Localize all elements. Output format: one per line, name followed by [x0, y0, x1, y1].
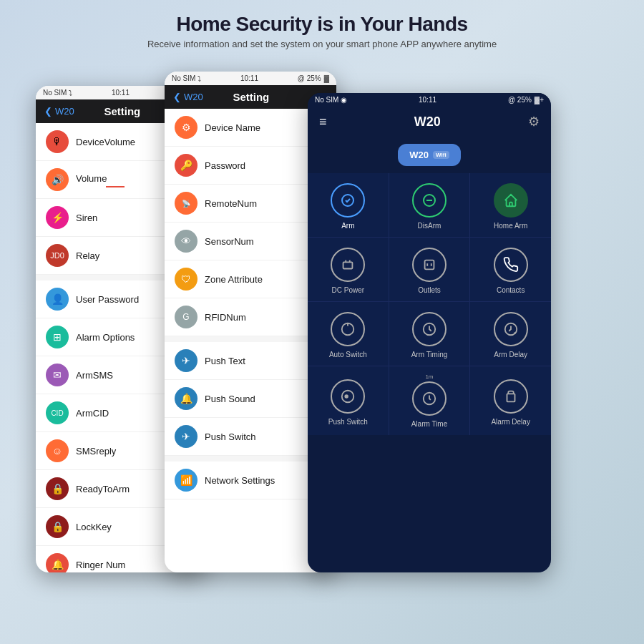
- zone-attr-label: Zone Attribute: [205, 274, 263, 285]
- svg-point-13: [346, 395, 348, 398]
- relay-label: Relay: [76, 250, 99, 261]
- disarm-button[interactable]: DisArm: [389, 173, 470, 237]
- relay-icon: JD0: [46, 244, 69, 267]
- dc-power-label: DC Power: [332, 286, 365, 294]
- wifi-badge: Wifi: [433, 151, 449, 159]
- contacts-icon: [494, 248, 528, 282]
- push-switch-icon: ✈: [175, 425, 197, 448]
- home-arm-button[interactable]: Home Arm: [470, 173, 551, 237]
- network-settings-icon: 📶: [175, 469, 197, 492]
- settings-gear-icon[interactable]: ⚙: [528, 114, 540, 130]
- remote-num-icon: 📡: [175, 192, 197, 215]
- lock-key-label: LockKey: [76, 522, 112, 532]
- push-sound-icon: 🔔: [175, 387, 197, 410]
- arm-label: Arm: [341, 222, 354, 230]
- arm-delay-button[interactable]: Arm Delay: [470, 302, 551, 366]
- volume-label: Volume: [76, 173, 107, 184]
- alarm-time-badge: 1m: [425, 374, 433, 380]
- sensor-num-icon: 👁: [175, 230, 197, 253]
- dc-power-button[interactable]: DC Power: [308, 238, 389, 301]
- home-arm-icon: [494, 183, 528, 218]
- screen2-back-button[interactable]: ❮ W20: [173, 92, 203, 102]
- network-settings-label: Network Settings: [205, 475, 275, 486]
- alarm-delay-icon: [494, 379, 528, 414]
- device-name-icon: ⚙: [175, 116, 197, 139]
- arm-button[interactable]: Arm: [308, 173, 389, 237]
- arm-timing-icon: [412, 312, 447, 346]
- app-grid: Arm DisArm Home Arm: [308, 173, 551, 435]
- zone-attr-icon: 🛡: [175, 268, 197, 291]
- lock-key-icon: 🔒: [46, 515, 69, 538]
- outlets-button[interactable]: Outlets: [389, 238, 470, 301]
- page-header: Home Security is in Your Hands Receive i…: [0, 13, 644, 49]
- arm-delay-label: Arm Delay: [494, 351, 527, 358]
- rfid-num-icon: G: [175, 306, 197, 328]
- ringer-num-label: Ringer Num: [76, 560, 125, 570]
- device-volume-label: DeviceVolume: [76, 137, 135, 147]
- screen2-sim: No SIM ⤵: [172, 74, 201, 82]
- alarm-delay-button[interactable]: Alarm Delay: [470, 366, 551, 435]
- push-switch-button[interactable]: Push Switch: [308, 366, 389, 435]
- volume-indicator: [106, 186, 125, 187]
- screen2-battery: @ 25% ▓: [298, 74, 329, 82]
- menu-button[interactable]: ≡: [319, 114, 327, 130]
- arm-cid-label: ArmCID: [76, 408, 109, 419]
- screen3: No SIM ◉ 10:11 @ 25% ▓+ ≡ W20 ⚙ W20 Wifi: [308, 93, 551, 572]
- svg-rect-2: [343, 262, 353, 268]
- outlets-label: Outlets: [418, 286, 441, 294]
- arm-delay-icon: [494, 312, 528, 346]
- screen2-nav-title: Setting: [203, 91, 299, 103]
- ready-to-arm-icon: 🔒: [46, 477, 69, 500]
- home-arm-label: Home Arm: [494, 222, 527, 230]
- device-badge-name: W20: [409, 150, 429, 160]
- push-text-label: Push Text: [205, 356, 245, 366]
- arm-timing-button[interactable]: Arm Timing: [389, 302, 470, 366]
- alarm-time-label: Alarm Time: [411, 420, 448, 428]
- push-switch-label: Push Switch: [205, 431, 256, 442]
- arm-timing-label: Arm Timing: [411, 351, 448, 358]
- user-password-icon: 👤: [46, 288, 69, 311]
- app-title: W20: [414, 114, 441, 130]
- push-sound-label: Push Sound: [205, 394, 255, 404]
- device-badge-container: W20 Wifi: [308, 137, 551, 173]
- alarm-options-label: Alarm Options: [76, 332, 135, 343]
- volume-icon: 🔊: [46, 168, 69, 191]
- auto-switch-button[interactable]: Auto Switch: [308, 302, 389, 366]
- arm-sms-label: ArmSMS: [76, 370, 113, 381]
- screen1-back-button[interactable]: ❮ W20: [44, 106, 74, 117]
- auto-switch-icon: [331, 312, 365, 346]
- device-volume-icon: 🎙: [46, 130, 69, 153]
- device-name-label: Device Name: [205, 122, 260, 133]
- sms-reply-icon: ☺: [46, 439, 69, 462]
- auto-switch-label: Auto Switch: [329, 351, 367, 358]
- screen2-statusbar: No SIM ⤵ 10:11 @ 25% ▓: [165, 72, 336, 85]
- screen1-time: 10:11: [112, 89, 130, 97]
- svg-rect-5: [425, 260, 434, 270]
- siren-label: Siren: [76, 213, 97, 223]
- sms-reply-label: SMSreply: [76, 446, 116, 457]
- push-switch-icon: [331, 379, 365, 414]
- contacts-label: Contacts: [497, 286, 525, 294]
- ringer-num-icon: 🔔: [46, 553, 69, 572]
- screen1-sim: No SIM ⤵: [43, 89, 72, 97]
- push-text-icon: ✈: [175, 349, 197, 372]
- svg-rect-15: [507, 394, 514, 401]
- arm-sms-icon: ✉: [46, 364, 69, 386]
- sensor-num-label: SensorNum: [205, 236, 254, 247]
- dc-power-icon: [331, 248, 365, 282]
- push-switch-label: Push Switch: [328, 418, 368, 426]
- screen3-sim: No SIM ◉: [315, 96, 347, 104]
- arm-cid-icon: CID: [46, 401, 69, 424]
- screen3-battery: @ 25% ▓+: [508, 96, 544, 104]
- screen1-nav-title: Setting: [74, 105, 170, 117]
- screen3-statusbar: No SIM ◉ 10:11 @ 25% ▓+: [308, 93, 551, 107]
- arm-icon: [331, 183, 365, 218]
- alarm-time-button[interactable]: 1m Alarm Time: [389, 366, 470, 435]
- screen3-time: 10:11: [419, 96, 436, 104]
- user-password-label: User Password: [76, 294, 139, 305]
- remote-num-label: RemoteNum: [205, 198, 257, 209]
- contacts-button[interactable]: Contacts: [470, 238, 551, 301]
- outlets-icon: [412, 248, 447, 282]
- alarm-time-icon: [412, 381, 447, 416]
- password-icon: 🔑: [175, 154, 197, 177]
